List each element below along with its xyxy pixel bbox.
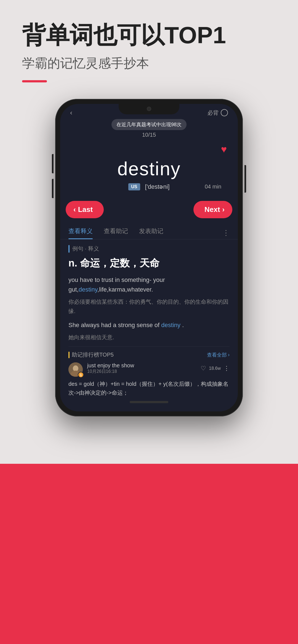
tab-memory[interactable]: 查看助记 — [104, 227, 128, 239]
side-button-volume-down — [52, 179, 54, 198]
tab-post-memory[interactable]: 发表助记 — [139, 227, 163, 239]
section-label: 例句 · 释义 — [68, 245, 230, 253]
back-arrow-icon[interactable]: ‹ — [70, 109, 72, 117]
last-button[interactable]: ‹ Last — [66, 201, 104, 218]
memory-item: 1 just enjoy the show 10月26日16:18 ♡ — [68, 362, 230, 377]
avatar-badge: 1 — [78, 372, 84, 378]
main-title: 背单词也可以TOP1 — [22, 22, 276, 48]
content-area: 例句 · 释义 n. 命运，定数，天命 you have to trust in… — [60, 239, 238, 412]
next-label: Next — [204, 205, 220, 214]
example2-highlight: destiny — [161, 322, 180, 328]
memory-text: des = gold（神）+tin = hold（握住）+ y(名次后缀），构成… — [68, 379, 230, 397]
progress-area: 在近几年真题考试中出现98次 10/15 — [60, 119, 238, 141]
like-button[interactable]: ♡ — [201, 365, 206, 372]
like-count: 18.6w — [209, 366, 221, 371]
example1-cn: 你必须要相信某些东西：你的勇气、你的目的、你的生命和你的因缘. — [68, 297, 230, 316]
phonetic-row: US ['destəni] — [128, 183, 169, 190]
example2-en-before: She always had a strong sense of — [68, 322, 161, 328]
section-label-bar — [68, 245, 70, 253]
definition-main: n. 命运，定数，天命 — [68, 257, 230, 270]
must-memorize-label: 必背 — [207, 109, 219, 117]
camera — [147, 107, 151, 111]
memory-item-content: just enjoy the show 10月26日16:18 ♡ 18.6w … — [87, 362, 230, 376]
title-part1: 背单词也可以 — [22, 22, 164, 48]
heart-area[interactable]: ♥ — [60, 144, 238, 155]
avatar-container: 1 — [68, 362, 83, 377]
accent-line — [22, 80, 47, 82]
example1: you have to trust in something- your gut… — [68, 275, 230, 294]
example2-en-after: . — [180, 322, 184, 328]
phone-mockup: ‹ 必背 在近几年真题考试中出现98次 10/15 ♥ — [55, 99, 243, 417]
memory-bar-icon — [68, 352, 70, 358]
svg-point-1 — [73, 365, 78, 371]
section-label-text: 例句 · 释义 — [72, 245, 99, 252]
title-highlight: TOP1 — [164, 22, 226, 48]
memory-section: 助记排行榜TOP5 查看全部 › — [68, 346, 230, 397]
progress-count: 10/15 — [60, 132, 238, 138]
memory-header: 助记排行榜TOP5 查看全部 › — [68, 351, 230, 359]
us-badge: US — [128, 183, 140, 190]
phonetic-text: ['destəni] — [145, 183, 170, 190]
example2-cn: 她向来很相信天意. — [68, 333, 230, 342]
word-section: destiny US ['destəni] 04 min — [60, 155, 238, 196]
phone-notch — [119, 104, 179, 114]
must-memorize-circle — [221, 109, 228, 116]
see-all-label: 查看全部 — [207, 352, 227, 358]
nav-buttons: ‹ Last Next › — [60, 196, 238, 223]
tab-definition[interactable]: 查看释义 — [68, 227, 93, 239]
side-button-volume-up — [52, 154, 54, 173]
memory-title-bar: 助记排行榜TOP5 — [68, 351, 114, 359]
home-indicator — [130, 401, 168, 403]
heart-icon[interactable]: ♥ — [221, 144, 227, 155]
last-arrow-icon: ‹ — [73, 205, 76, 214]
memory-item-header: just enjoy the show 10月26日16:18 ♡ 18.6w … — [87, 362, 230, 374]
see-all-button[interactable]: 查看全部 › — [207, 352, 230, 358]
more-options-icon[interactable]: ⋮ — [223, 365, 230, 372]
tabs-more-icon[interactable]: ⋮ — [222, 229, 230, 237]
example1-en2: ,life,karma,whatever. — [97, 286, 153, 293]
next-arrow-icon: › — [222, 205, 225, 214]
example1-highlight: destiny — [79, 286, 97, 293]
time-indicator: 04 min — [205, 184, 221, 190]
tabs-row: 查看释义 查看助记 发表助记 ⋮ — [60, 223, 238, 239]
memory-title: 助记排行榜TOP5 — [72, 351, 114, 359]
subtitle: 学霸的记忆灵感手抄本 — [22, 55, 276, 72]
memory-date: 10月26日16:18 — [87, 369, 134, 374]
example2: She always had a strong sense of destiny… — [68, 320, 230, 330]
word-display: destiny — [68, 158, 230, 179]
see-all-arrow-icon: › — [228, 352, 230, 358]
progress-tooltip: 在近几年真题考试中出现98次 — [111, 119, 187, 130]
next-button[interactable]: Next › — [193, 201, 232, 218]
must-memorize-toggle[interactable]: 必背 — [207, 109, 228, 117]
last-label: Last — [78, 205, 93, 214]
side-button-power — [244, 165, 246, 193]
memory-username: just enjoy the show — [87, 362, 134, 369]
memory-actions: ♡ 18.6w ⋮ — [201, 365, 230, 372]
